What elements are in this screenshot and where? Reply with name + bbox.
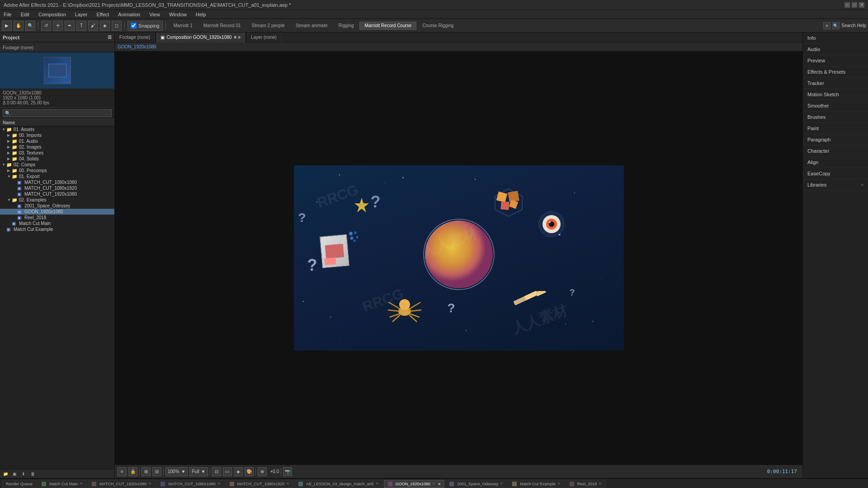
tab-close-icon[interactable]: ✕: [557, 482, 561, 486]
tree-item-audio[interactable]: ▶ 📁 01. Audio: [0, 138, 114, 144]
tree-item-goon[interactable]: ▣ GOON_1920x1080: [0, 209, 114, 215]
menu-help[interactable]: Help: [194, 11, 208, 18]
tab-close-icon[interactable]: ✕: [376, 482, 379, 486]
comp-tab-menu[interactable]: ≡: [238, 35, 241, 40]
workspace-menu-button[interactable]: ≡: [823, 22, 830, 29]
menu-composition[interactable]: Composition: [37, 11, 68, 18]
tree-item-solids[interactable]: ▶ 📁 04. Solids: [0, 156, 114, 162]
tab-close-icon[interactable]: ✕: [599, 482, 602, 486]
tab-close-icon[interactable]: ✕: [432, 482, 435, 486]
tree-item-match1080x1920[interactable]: ▣ MATCH_CUT_1080x1920: [0, 185, 114, 191]
right-panel-libraries[interactable]: Libraries ≡: [803, 179, 868, 191]
tl-tab-match-cut-example[interactable]: Match Cut Example ✕: [508, 480, 565, 488]
maximize-button[interactable]: □: [852, 2, 857, 8]
comp-tab-close[interactable]: ✕: [233, 35, 237, 40]
footage-tab[interactable]: Footage (none): [0, 42, 37, 52]
tab-close-icon[interactable]: ✕: [286, 482, 289, 486]
ws-tab-marriott-record-course[interactable]: Marriott Record Course: [359, 22, 416, 30]
tool-brush[interactable]: 🖌: [88, 21, 98, 31]
menu-window[interactable]: Window: [167, 11, 189, 18]
menu-file[interactable]: File: [2, 11, 14, 18]
viewer-reset-btn[interactable]: ⊕: [258, 467, 267, 476]
tab-menu-icon[interactable]: ≡: [438, 482, 440, 486]
import-button[interactable]: ⬇: [20, 470, 27, 478]
minimize-button[interactable]: ─: [844, 2, 850, 8]
tree-item-images[interactable]: ▶ 📁 02. Images: [0, 144, 114, 150]
layer-panel-tab[interactable]: Layer (none): [246, 33, 282, 42]
close-button[interactable]: ✕: [859, 2, 864, 8]
tool-text[interactable]: T: [76, 21, 86, 31]
menu-animation[interactable]: Animation: [116, 11, 142, 18]
right-panel-effects[interactable]: Effects & Presets: [803, 66, 868, 78]
tl-tab-goon[interactable]: GOON_1920x1080 ✕ ≡: [384, 480, 444, 488]
search-button[interactable]: 🔍: [832, 22, 840, 29]
comp-nav-name[interactable]: GOON_1920x1080: [118, 44, 156, 49]
right-panel-info[interactable]: Info: [803, 33, 868, 44]
project-menu-icon[interactable]: ☰: [108, 35, 112, 40]
right-panel-audio[interactable]: Audio: [803, 44, 868, 55]
tree-item-matchexample[interactable]: ▣ Match Cut Example: [0, 226, 114, 232]
tl-tab-match-cut-main[interactable]: Match Cut Main ✕: [38, 480, 87, 488]
tab-close-icon[interactable]: ✕: [80, 482, 83, 486]
tool-shape[interactable]: ◻: [112, 21, 122, 31]
tl-tab-reel2018[interactable]: Reel_2018 ✕: [566, 480, 606, 488]
tool-stamp[interactable]: ◈: [100, 21, 110, 31]
tool-select[interactable]: ▶: [2, 21, 12, 31]
viewer-snapshot-btn[interactable]: 📷: [283, 467, 292, 476]
viewer-channels-btn[interactable]: ◈: [234, 467, 243, 476]
tree-item-match1920x1080[interactable]: ▣ MATCH_CUT_1920x1080: [0, 191, 114, 197]
ws-tab-course-rigging[interactable]: Course Rigging: [417, 22, 458, 30]
new-comp-button[interactable]: ▣: [11, 470, 18, 478]
tl-tab-render-queue[interactable]: Render Queue: [2, 480, 37, 488]
menu-effect[interactable]: Effect: [94, 11, 111, 18]
tool-rotate[interactable]: ↺: [41, 21, 51, 31]
tree-item-space[interactable]: ▣ 2001_Space_Odessey: [0, 203, 114, 209]
snapping-checkbox[interactable]: [131, 23, 137, 28]
tl-tab-match1080x1920[interactable]: MATCH_CUT_1080x1920 ✕: [226, 480, 293, 488]
tree-item-reel2018[interactable]: ▣ Reel_2018: [0, 215, 114, 221]
tab-close-icon[interactable]: ✕: [217, 482, 221, 486]
tree-item-textures[interactable]: ▶ 📁 03. Textures: [0, 150, 114, 156]
menu-edit[interactable]: Edit: [19, 11, 31, 18]
composition-panel-tab[interactable]: ▣ Composition GOON_1920x1080 ✕ ≡: [156, 33, 245, 42]
right-panel-brushes[interactable]: Brushes: [803, 112, 868, 123]
viewer-color-btn[interactable]: 🎨: [245, 467, 254, 476]
viewer-aspect-btn[interactable]: ▭: [223, 467, 232, 476]
tree-item-matchmain[interactable]: ▣ Match Cut Main: [0, 221, 114, 226]
tab-close-icon[interactable]: ✕: [148, 482, 151, 486]
viewer-fit-btn[interactable]: ⊡: [212, 467, 221, 476]
right-panel-tracker[interactable]: Tracker: [803, 78, 868, 89]
tl-tab-space[interactable]: 2001_Space_Odessey ✕: [445, 480, 507, 488]
viewer-grid-btn[interactable]: ⊞: [142, 467, 151, 476]
tree-item-precomps[interactable]: ▶ 📁 00. Precomps: [0, 168, 114, 174]
ws-tab-marriott-record[interactable]: Marriott Record 01: [198, 22, 246, 30]
ws-tab-marriott1[interactable]: Marriott 1: [169, 22, 198, 30]
tree-item-examples[interactable]: ▼ 📁 02. Examples: [0, 197, 114, 203]
quality-dropdown[interactable]: Full ▼: [189, 467, 208, 476]
menu-view[interactable]: View: [147, 11, 162, 18]
tool-zoom[interactable]: 🔍: [25, 21, 35, 31]
right-panel-paint[interactable]: Paint: [803, 123, 868, 134]
tree-item-assets[interactable]: ▼ 📁 01. Assets: [0, 127, 114, 132]
tree-item-comps[interactable]: ▼ 📁 02. Comps: [0, 162, 114, 168]
tab-close-icon[interactable]: ✕: [500, 482, 503, 486]
tool-hand[interactable]: ✋: [14, 21, 24, 31]
right-panel-preview[interactable]: Preview: [803, 55, 868, 66]
tool-move[interactable]: ✛: [53, 21, 63, 31]
right-panel-motion-sketch[interactable]: Motion Sketch: [803, 89, 868, 100]
right-panel-smoother[interactable]: Smoother: [803, 100, 868, 112]
ws-tab-rigging[interactable]: Rigging: [334, 22, 359, 30]
tl-tab-match1080x1080[interactable]: MATCH_CUT_1080x1080 ✕: [156, 480, 224, 488]
viewer-guides-btn[interactable]: ⊟: [152, 467, 161, 476]
tl-tab-ae-lesson[interactable]: AE_LESSON_03_design_match_a05 ✕: [294, 480, 383, 488]
right-panel-easecopy[interactable]: EaseCopy: [803, 168, 868, 179]
viewer-menu-btn[interactable]: ≡: [118, 467, 127, 476]
new-folder-button[interactable]: 📁: [2, 470, 9, 478]
menu-layer[interactable]: Layer: [73, 11, 90, 18]
tree-item-match1080x1080[interactable]: ▣ MATCH_CUT_1080x1080: [0, 179, 114, 185]
delete-button[interactable]: 🗑: [29, 470, 36, 478]
right-panel-paragraph[interactable]: Paragraph: [803, 134, 868, 145]
tool-pen[interactable]: ✒: [65, 21, 75, 31]
ws-tab-stream-animate[interactable]: Stream animate: [291, 22, 333, 30]
tl-tab-match1920x1080[interactable]: MATCH_CUT_1920x1080 ✕: [88, 480, 156, 488]
